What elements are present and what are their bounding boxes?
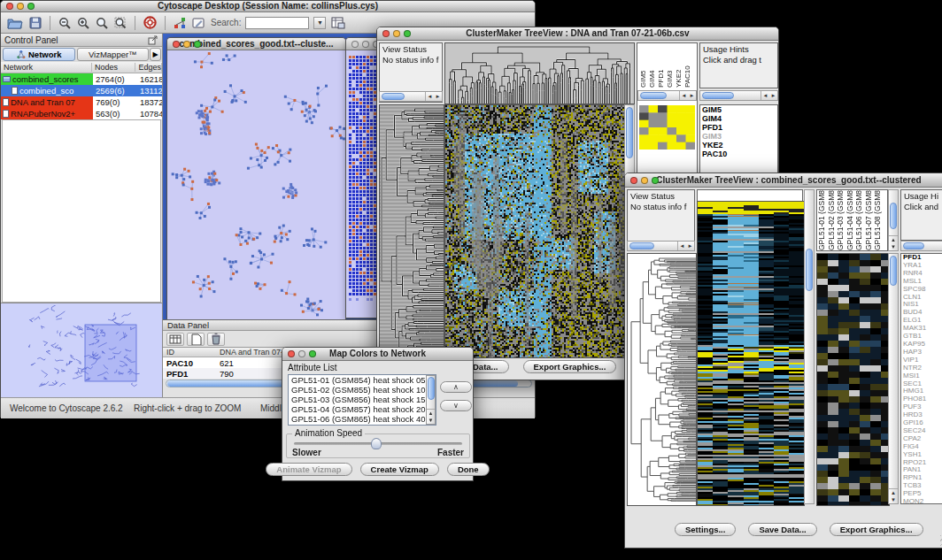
search-dropdown-button[interactable]: ▼ (313, 17, 326, 29)
attribute-list-item[interactable]: GPL51-01 (GSM854) heat shock 05 min (289, 375, 436, 385)
gene-label[interactable]: YKE2 (702, 141, 777, 150)
tv2-column-label[interactable]: GPL51-07 (GSM868) (864, 190, 874, 250)
scroll-up-icon[interactable]: ▲ (427, 410, 435, 417)
create-vizmap-button[interactable]: Create Vizmap (360, 463, 439, 476)
delete-attribute-button[interactable] (207, 333, 225, 346)
scroll-up-icon[interactable]: ▲ (889, 489, 898, 496)
col-id[interactable]: ID (163, 348, 216, 357)
tv2-detail-vscrollbar[interactable]: ▲▼ (888, 253, 899, 504)
minimize-button[interactable] (641, 177, 648, 184)
window-controls[interactable] (382, 30, 411, 37)
scroll-right-icon[interactable]: ► (686, 242, 694, 250)
network-row[interactable]: DNA and Tran 07 769(0) 183728(0) (1, 96, 162, 108)
save-session-button[interactable] (28, 16, 42, 30)
vizmap-nodes-button[interactable] (173, 16, 187, 30)
dialog-titlebar[interactable]: Map Colors to Network (282, 348, 473, 361)
close-button[interactable] (630, 177, 637, 184)
zoom-selected-button[interactable] (113, 16, 127, 30)
tv1-summary-hscrollbar[interactable]: ◄► (637, 90, 697, 101)
scroll-left-icon[interactable]: ◄ (680, 91, 688, 100)
attribute-list-vscrollbar[interactable]: ▲▼ (426, 375, 436, 425)
tv2-column-label[interactable]: GPL51-02 (GSM855) (827, 190, 837, 250)
gene-label[interactable]: PFD1 (702, 123, 777, 132)
scroll-down-icon[interactable]: ▼ (427, 417, 435, 424)
scroll-right-icon[interactable]: ► (688, 91, 696, 100)
tv2-action-button[interactable]: Save Data... (748, 523, 816, 536)
help-button[interactable] (143, 15, 158, 30)
minimize-button[interactable] (17, 3, 24, 10)
zoom-button[interactable] (652, 177, 659, 184)
tv1-genelist-hscrollbar[interactable]: ◄► (699, 90, 778, 101)
attribute-list-item[interactable]: GPL51-06 (GSM865) heat shock 40 min (289, 414, 436, 424)
network-view-canvas[interactable] (167, 50, 345, 321)
new-attribute-button[interactable] (187, 333, 205, 346)
animate-vizmap-button[interactable]: Animate Vizmap (266, 463, 351, 476)
close-button[interactable] (351, 41, 359, 48)
network-overview-canvas[interactable] (3, 305, 158, 393)
treeview1-titlebar[interactable]: ClusterMaker TreeView : DNA and Tran 07-… (377, 27, 778, 41)
attribute-list-item[interactable]: GPL51-04 (GSM857) heat shock 20 min (289, 404, 436, 414)
tv1-column-label[interactable]: YKE2 (675, 47, 683, 88)
close-button[interactable] (288, 350, 295, 357)
scroll-left-icon[interactable]: ◄ (426, 92, 434, 101)
window-controls[interactable] (630, 177, 659, 184)
table-report-button[interactable] (330, 15, 346, 30)
scroll-down-icon[interactable]: ▼ (889, 243, 898, 250)
zoom-button[interactable] (27, 3, 35, 10)
network-row[interactable]: combined_sco 2569(6) 13112(15) (1, 85, 162, 96)
scroll-left-icon[interactable]: ◄ (761, 91, 769, 100)
slider-thumb[interactable] (371, 438, 382, 449)
scroll-left-icon[interactable]: ◄ (678, 242, 686, 250)
done-button[interactable]: Done (447, 463, 490, 476)
scroll-up-icon[interactable]: ▲ (889, 236, 898, 243)
window-controls[interactable] (288, 350, 316, 357)
gene-label[interactable]: MON2 (903, 498, 942, 504)
tv1-column-label[interactable]: PFD1 (657, 47, 666, 88)
tv1-column-label[interactable]: GIM5 (639, 47, 648, 88)
tv2-status-hscrollbar[interactable]: ◄► (627, 241, 695, 251)
close-button[interactable] (173, 41, 180, 48)
tv1-row-dendrogram[interactable] (379, 104, 444, 358)
zoom-button[interactable] (404, 30, 411, 37)
zoom-fit-button[interactable] (95, 16, 109, 30)
main-titlebar[interactable]: Cytoscape Desktop (Session Name: collins… (1, 1, 535, 12)
tv1-status-hscrollbar[interactable]: ◄► (379, 91, 443, 102)
col-edges[interactable]: Edges (135, 63, 162, 72)
window-controls[interactable] (173, 41, 201, 48)
search-input[interactable] (245, 17, 309, 29)
tv2-detail-heatmap[interactable] (816, 253, 890, 506)
float-panel-icon[interactable] (148, 35, 158, 45)
network-view-titlebar[interactable]: combined_scores_good.txt--cluste... (167, 38, 345, 50)
tv2-genelist-hscrollbar[interactable] (900, 241, 942, 251)
minimize-button[interactable] (298, 350, 305, 357)
network-row[interactable]: combined_scores 2764(0) 16218(0) (1, 73, 162, 85)
tv2-row-dendrogram[interactable] (627, 253, 697, 506)
tv1-column-label[interactable]: PAC10 (683, 47, 692, 88)
gene-label[interactable]: GIM5 (702, 105, 777, 114)
minimize-button[interactable] (183, 41, 190, 48)
animation-speed-slider[interactable] (294, 442, 462, 445)
gene-label[interactable]: GIM3 (702, 132, 777, 141)
zoom-in-button[interactable] (76, 16, 90, 30)
annotation-button[interactable] (191, 16, 206, 30)
tab-network[interactable]: Network (3, 48, 75, 61)
tv1-summary-heatmap[interactable] (639, 105, 695, 150)
scroll-right-icon[interactable]: ► (769, 91, 777, 100)
tv2-column-label[interactable]: GPL51-03 (GSM856) (836, 190, 845, 250)
tab-overflow-button[interactable]: ▶ (150, 48, 161, 61)
tv2-labels-vscrollbar[interactable]: ▲▼ (888, 189, 899, 251)
tab-vizmapper[interactable]: VizMapper™ (77, 48, 150, 61)
minimize-button[interactable] (362, 41, 369, 48)
minimize-button[interactable] (393, 30, 400, 37)
tv2-column-label[interactable]: GPL51-04 (GSM857) (845, 190, 855, 250)
tv1-heatmap-canvas[interactable] (444, 104, 625, 358)
scroll-down-icon[interactable]: ▼ (889, 496, 898, 503)
tv2-heatmap-canvas[interactable] (697, 201, 805, 506)
gene-label[interactable]: PAC10 (702, 150, 777, 158)
tv1-column-label[interactable]: GIM3 (666, 47, 675, 88)
tv1-action-button[interactable]: Export Graphics... (523, 360, 617, 373)
window-controls[interactable] (6, 3, 35, 10)
attribute-list-item[interactable]: GPL51-02 (GSM855) heat shock 10 min (289, 385, 436, 395)
tv1-column-label[interactable]: GIM4 (648, 47, 657, 88)
zoom-button[interactable] (194, 41, 201, 48)
